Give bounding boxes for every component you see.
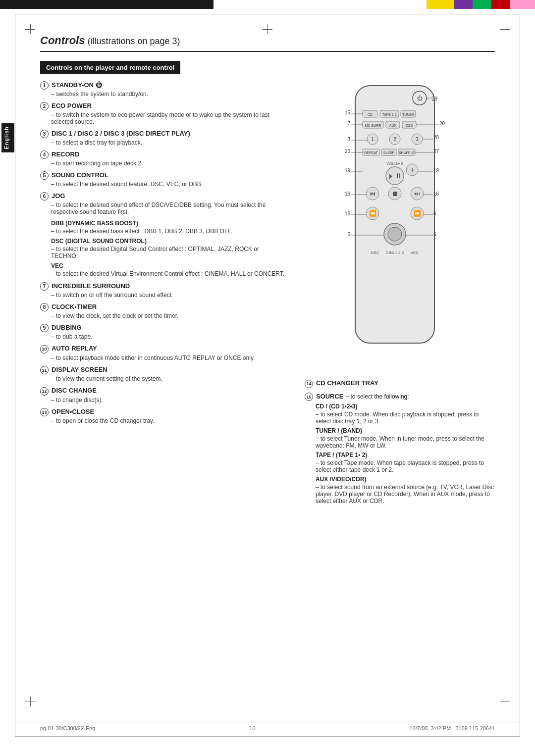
item-13-title: 13 OPEN•CLOSE xyxy=(40,408,285,417)
item-12-label: DISC CHANGE xyxy=(52,387,97,394)
item-source: 15 SOURCE – to select the following: CD … xyxy=(305,393,495,505)
item-5-desc: to select the desired sound feature: DSC… xyxy=(51,181,285,188)
item-6-num: 6 xyxy=(40,192,49,201)
right-text-items: 14 CD CHANGER TRAY 15 SOURCE – to select… xyxy=(295,379,495,509)
item-3-title: 3 DISC 1 / DISC 2 / DISC 3 (DISC DIRECT … xyxy=(40,130,285,138)
sub-dsc: DSC (DIGITAL SOUND CONTROL) to select th… xyxy=(40,238,285,259)
svg-text:6: 6 xyxy=(347,232,350,237)
item-record: 4 RECORD to start recording on tape deck… xyxy=(40,151,285,167)
item-12-num: 12 xyxy=(40,387,49,396)
item-15-inline: – to select the following: xyxy=(346,393,409,400)
item-13-num: 13 xyxy=(40,408,49,416)
svg-text:29: 29 xyxy=(432,96,438,101)
item-6-label: JOG xyxy=(52,192,65,200)
item-incredible-surround: 7 INCREDIBLE SURROUND to switch on or of… xyxy=(40,282,285,299)
sub-dbb-heading: DBB (DYNAMIC BASS BOOST) xyxy=(51,220,285,227)
two-column-layout: Controls on the player and remote contro… xyxy=(40,61,495,509)
svg-text:7: 7 xyxy=(347,121,350,126)
item-clock-timer: 8 CLOCK•TIMER to view the clock, set the… xyxy=(40,303,285,319)
item-9-title: 9 DUBBING xyxy=(40,324,285,332)
svg-text:19: 19 xyxy=(345,168,351,173)
item-4-desc: to start recording on tape deck 2. xyxy=(51,160,285,167)
item-sound-control: 5 SOUND CONTROL to select the desired so… xyxy=(40,171,285,188)
svg-text:DSC: DSC xyxy=(371,251,379,255)
item-15-title: 15 SOURCE – to select the following: xyxy=(305,393,495,402)
item-12-desc: to change disc(s). xyxy=(51,397,285,403)
svg-text:CD: CD xyxy=(368,113,373,116)
item-disc-change: 12 DISC CHANGE to change disc(s). xyxy=(40,387,285,403)
item-6-title: 6 JOG xyxy=(40,192,285,201)
svg-text:VOLUME: VOLUME xyxy=(386,161,403,166)
item-4-num: 4 xyxy=(40,151,49,159)
svg-text:27: 27 xyxy=(433,149,439,154)
item-8-title: 8 CLOCK•TIMER xyxy=(40,303,285,311)
sub-dsc-desc: to select the desired Digital Sound Cont… xyxy=(51,246,285,259)
item-auto-replay: 10 AUTO REPLAY to select playback mode e… xyxy=(40,345,285,361)
remote-svg: ⏻ 29 CD TAPE 1 2 TUNER 15 xyxy=(325,66,464,373)
item-3-desc: to select a disc tray for playback. xyxy=(51,139,285,146)
item-8-desc: to view the clock, set the clock or set … xyxy=(51,312,285,319)
item-14-label: CD CHANGER TRAY xyxy=(316,379,378,387)
item-14-title: 14 CD CHANGER TRAY xyxy=(305,379,495,388)
item-15-label: SOURCE xyxy=(316,393,344,400)
item-dubbing: 9 DUBBING to dub a tape. xyxy=(40,324,285,340)
svg-text:AUX: AUX xyxy=(389,124,397,127)
svg-text:DBB 1 2 3: DBB 1 2 3 xyxy=(386,251,404,255)
sub-tuner-heading: TUNER / (BAND) xyxy=(316,427,495,434)
item-5-num: 5 xyxy=(40,171,49,180)
top-color-bar xyxy=(0,0,535,9)
svg-point-71 xyxy=(388,227,402,241)
item-11-desc: to view the current setting of the syste… xyxy=(51,375,285,382)
item-jog: 6 JOG to select the desired sound effect… xyxy=(40,192,285,215)
item-standby: 1 STANDBY-ON ⏻ switches the system to st… xyxy=(40,81,285,98)
svg-text:16: 16 xyxy=(345,211,351,216)
svg-text:6: 6 xyxy=(433,232,436,237)
item-10-title: 10 AUTO REPLAY xyxy=(40,345,285,353)
sub-cd-heading: CD / (CD 1•2•3) xyxy=(316,403,495,410)
sub-tape: TAPE / (TAPE 1• 2) to select Tape mode. … xyxy=(305,452,495,473)
sub-aux: AUX /VIDEO/CDR) to select sound from an … xyxy=(305,476,495,504)
item-14-num: 14 xyxy=(305,380,313,388)
item-7-label: INCREDIBLE SURROUND xyxy=(52,282,130,290)
item-12-title: 12 DISC CHANGE xyxy=(40,387,285,396)
footer-right: 12/7/00, 3:42 PM 3139 115 20641 xyxy=(410,725,495,731)
page-title: Controls (illustrations on page 3) xyxy=(40,34,495,52)
svg-text:TUNER: TUNER xyxy=(402,113,414,116)
sub-dbb: DBB (DYNAMIC BASS BOOST) to select the d… xyxy=(40,220,285,235)
remote-illustration: ⏻ 29 CD TAPE 1 2 TUNER 15 xyxy=(325,66,464,374)
page-frame: English Controls (illustrations on page … xyxy=(15,14,520,737)
item-13-desc: to open or close the CD changer tray. xyxy=(51,417,285,424)
item-1-num: 1 xyxy=(40,81,49,90)
svg-text:28: 28 xyxy=(433,135,439,140)
language-tab: English xyxy=(1,123,14,152)
svg-text:15: 15 xyxy=(345,110,351,115)
footer-date: 12/7/00, 3:42 PM xyxy=(410,725,451,731)
item-2-label: ECO POWER xyxy=(52,102,92,109)
svg-text:20: 20 xyxy=(439,121,445,126)
svg-text:+: + xyxy=(410,166,414,174)
content-area: Controls (illustrations on page 3) Contr… xyxy=(15,14,520,529)
sub-tape-desc: to select Tape mode. When tape playback … xyxy=(316,459,495,473)
sub-aux-desc: to select sound from an external source … xyxy=(316,484,495,504)
svg-text:VEC: VEC xyxy=(411,251,419,255)
item-10-label: AUTO REPLAY xyxy=(52,345,97,352)
crosshair-bottom-left xyxy=(25,697,35,706)
svg-text:16: 16 xyxy=(345,191,351,197)
item-2-desc: to switch the system to eco power standb… xyxy=(51,111,285,125)
sub-cd-desc: to select CD mode. When disc playback is… xyxy=(316,411,495,425)
svg-text:SHUFFLE: SHUFFLE xyxy=(399,151,415,154)
crosshair-bottom-right xyxy=(500,697,510,706)
sub-tape-heading: TAPE / (TAPE 1• 2) xyxy=(316,452,495,458)
svg-text:2: 2 xyxy=(393,137,396,142)
svg-text:⏮: ⏮ xyxy=(370,190,375,197)
item-3-label: DISC 1 / DISC 2 / DISC 3 (DISC DIRECT PL… xyxy=(52,130,190,137)
item-13-label: OPEN•CLOSE xyxy=(52,408,94,415)
item-7-title: 7 INCREDIBLE SURROUND xyxy=(40,282,285,291)
item-7-num: 7 xyxy=(40,282,49,291)
svg-text:3: 3 xyxy=(416,137,419,142)
right-column: ⏻ 29 CD TAPE 1 2 TUNER 15 xyxy=(295,61,495,509)
item-9-desc: to dub a tape. xyxy=(51,333,285,340)
sub-dbb-desc: to select the desired bass effect : DBB … xyxy=(51,228,285,235)
sub-vec-desc: to select the desired Virtual Environmen… xyxy=(51,270,285,277)
svg-text:3: 3 xyxy=(347,137,350,142)
